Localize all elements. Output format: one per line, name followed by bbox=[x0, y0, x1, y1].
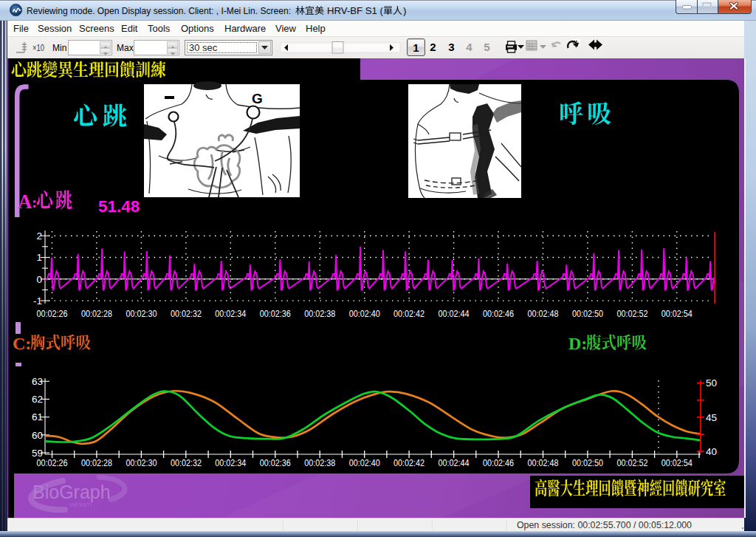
svg-text:50: 50 bbox=[706, 377, 717, 389]
svg-text:00:02:30: 00:02:30 bbox=[126, 308, 157, 319]
svg-text:63: 63 bbox=[32, 376, 43, 387]
svg-text:A: A bbox=[18, 191, 32, 213]
svg-text:G: G bbox=[252, 91, 263, 106]
svg-text:45: 45 bbox=[706, 412, 717, 423]
svg-text:HRV-BF S1 (: HRV-BF S1 ( bbox=[327, 5, 384, 16]
svg-text:BioGraph: BioGraph bbox=[32, 482, 111, 502]
svg-text:61: 61 bbox=[32, 411, 43, 423]
svg-text:00:02:52: 00:02:52 bbox=[616, 308, 647, 319]
svg-text:00:02:42: 00:02:42 bbox=[394, 308, 425, 319]
svg-text:60: 60 bbox=[32, 430, 43, 441]
svg-text:00:02:40: 00:02:40 bbox=[349, 457, 380, 468]
svg-text:00:02:48: 00:02:48 bbox=[528, 457, 559, 468]
svg-text:00:02:50: 00:02:50 bbox=[572, 457, 603, 468]
svg-text:Min: Min bbox=[52, 43, 66, 53]
svg-text:): ) bbox=[403, 5, 406, 16]
svg-text::: : bbox=[32, 193, 37, 211]
svg-text:00:02:54: 00:02:54 bbox=[662, 308, 693, 319]
svg-text:00:02:48: 00:02:48 bbox=[528, 308, 559, 319]
svg-text:00:02:26: 00:02:26 bbox=[37, 308, 68, 319]
svg-text:Max: Max bbox=[117, 43, 134, 53]
svg-text:×10: ×10 bbox=[32, 43, 44, 53]
svg-text:00:02:38: 00:02:38 bbox=[304, 308, 335, 319]
svg-text:00:02:28: 00:02:28 bbox=[81, 457, 112, 468]
svg-text:00:02:54: 00:02:54 bbox=[662, 457, 693, 468]
svg-text:00:02:36: 00:02:36 bbox=[260, 308, 291, 319]
svg-text:00:02:50: 00:02:50 bbox=[572, 308, 603, 319]
svg-text:00:02:46: 00:02:46 bbox=[483, 457, 514, 468]
svg-text:00:02:44: 00:02:44 bbox=[439, 457, 470, 468]
svg-text:00:02:38: 00:02:38 bbox=[304, 457, 335, 468]
svg-text:00:02:46: 00:02:46 bbox=[483, 308, 514, 319]
svg-text:00:02:26: 00:02:26 bbox=[37, 457, 68, 468]
svg-text:-1: -1 bbox=[33, 295, 42, 307]
svg-text:0: 0 bbox=[36, 274, 42, 285]
svg-text:Reviewing mode. Open Display s: Reviewing mode. Open Display session. Cl… bbox=[27, 5, 291, 16]
svg-text:00:02:28: 00:02:28 bbox=[81, 308, 112, 319]
svg-text:00:02:36: 00:02:36 bbox=[260, 457, 291, 468]
svg-text:2: 2 bbox=[36, 230, 42, 242]
svg-text:C:: C: bbox=[13, 334, 31, 353]
svg-text:00:02:40: 00:02:40 bbox=[349, 308, 380, 319]
svg-text:00:02:32: 00:02:32 bbox=[171, 457, 202, 468]
svg-text:51.48: 51.48 bbox=[98, 197, 140, 216]
svg-text:62: 62 bbox=[32, 394, 43, 405]
svg-text:00:02:52: 00:02:52 bbox=[616, 457, 647, 468]
svg-text:D:: D: bbox=[568, 334, 587, 353]
svg-text:INFINITI: INFINITI bbox=[69, 502, 92, 508]
svg-text:1: 1 bbox=[36, 252, 42, 263]
svg-text:00:02:34: 00:02:34 bbox=[215, 308, 246, 319]
svg-text:00:02:30: 00:02:30 bbox=[126, 457, 157, 468]
svg-text:00:02:42: 00:02:42 bbox=[394, 457, 425, 468]
svg-text:40: 40 bbox=[706, 446, 717, 457]
svg-text:00:02:34: 00:02:34 bbox=[215, 457, 246, 468]
svg-text:00:02:32: 00:02:32 bbox=[171, 308, 202, 319]
svg-text:00:02:44: 00:02:44 bbox=[439, 308, 470, 319]
